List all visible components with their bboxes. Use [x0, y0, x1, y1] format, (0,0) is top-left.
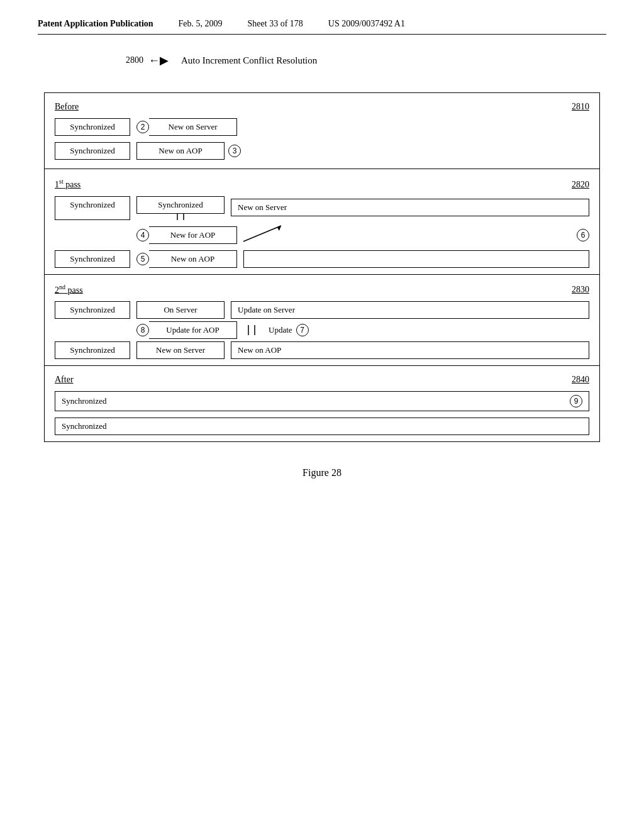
circle-2: 2 [136, 121, 149, 133]
page-header: Patent Application Publication Feb. 5, 2… [38, 19, 606, 35]
sp-update-on-server: Update on Server [231, 301, 589, 319]
before-label: Before [55, 102, 79, 112]
second-pass-header: 2nd pass 2830 [55, 284, 589, 296]
date-label: Feb. 5, 2009 [179, 19, 223, 29]
fp-sync-1: Synchronized [55, 196, 130, 220]
figure-title: Auto Increment Conflict Resolution [181, 55, 317, 66]
first-pass-row-1: Synchronized Synchronized New on Server [55, 196, 589, 220]
fp-connector-v [136, 214, 225, 220]
svg-line-2 [243, 226, 281, 241]
before-cell-2: 2 New on Server [136, 118, 237, 136]
sp-update-7: Update 7 [243, 324, 589, 336]
second-pass-row-3: Synchronized New on Server New on AOP [55, 341, 589, 359]
fp-new-server: New on Server [231, 196, 589, 220]
circle-7: 7 [296, 324, 309, 336]
first-pass-header: 1st pass 2820 [55, 178, 589, 190]
second-pass-number: 2830 [572, 285, 589, 295]
after-header: After 2840 [55, 375, 589, 385]
second-pass-section: 2nd pass 2830 Synchronized On Server Upd… [45, 275, 599, 367]
before-section: Before 2810 Synchronized 2 New on Server… [45, 93, 599, 169]
after-number: 2840 [572, 375, 589, 385]
before-number: 2810 [572, 102, 589, 112]
before-row-2: Synchronized New on AOP 3 [55, 142, 589, 160]
fp-arrow-svg [243, 223, 589, 248]
fp-arrow-to-6: 6 [243, 223, 589, 248]
before-row-1: Synchronized 2 New on Server [55, 118, 589, 136]
first-pass-section: 1st pass 2820 Synchronized Synchronized [45, 169, 599, 275]
fp-sync-2: Synchronized [136, 196, 225, 214]
fp-new-for-aop-box: New for AOP [149, 226, 237, 244]
after-row-1: Synchronized 9 [55, 391, 589, 411]
first-pass-number: 2820 [572, 180, 589, 190]
sp-new-on-server: New on Server [136, 341, 225, 359]
fp-col2-top: Synchronized [136, 196, 225, 220]
first-pass-row-2: 4 New for AOP 6 [55, 223, 589, 248]
sp-update-for-aop-box: Update for AOP [149, 321, 237, 339]
figure-caption: Figure 28 [38, 467, 606, 479]
sheet-label: Sheet 33 of 178 [248, 19, 303, 29]
sp-sync-1: Synchronized [55, 301, 130, 319]
publication-label: Patent Application Publication [38, 19, 153, 29]
second-pass-row-1: Synchronized On Server Update on Server [55, 301, 589, 319]
circle-5: 5 [136, 253, 149, 265]
fp-new-server-box: New on Server [231, 199, 589, 216]
figure-arrow-icon: ←▶ [148, 53, 169, 67]
before-sync-1: Synchronized [55, 118, 130, 136]
after-label: After [55, 375, 74, 385]
first-pass-row-3: Synchronized 5 New on AOP [55, 250, 589, 268]
circle-3: 3 [228, 145, 241, 157]
sp-new-on-aop: New on AOP [231, 341, 589, 359]
fp-empty-right [243, 250, 589, 268]
sp-update-for-aop: 8 Update for AOP [136, 321, 237, 339]
main-diagram: Before 2810 Synchronized 2 New on Server… [44, 92, 600, 442]
first-pass-label: 1st pass [55, 178, 80, 190]
patent-label: US 2009/0037492 A1 [328, 19, 405, 29]
circle-8: 8 [136, 324, 149, 336]
circle-4: 4 [136, 229, 149, 241]
sp-on-server: On Server [136, 301, 225, 319]
figure-title-area: 2800 ←▶ Auto Increment Conflict Resoluti… [126, 53, 606, 67]
fp-new-for-aop: 4 New for AOP [136, 226, 237, 244]
sp-update-label: Update [269, 325, 292, 335]
circle-6: 6 [577, 229, 589, 241]
after-sync-1-box: Synchronized 9 [55, 391, 589, 411]
after-row-2: Synchronized [55, 418, 589, 435]
before-new-aop: New on AOP [136, 142, 225, 160]
after-section: After 2840 Synchronized 9 Synchronized [45, 366, 599, 441]
sp-sync-2: Synchronized [55, 341, 130, 359]
fp-sync-3: Synchronized [55, 250, 130, 268]
first-pass-sup: st [59, 178, 64, 185]
second-pass-row-2: 8 Update for AOP Update 7 [55, 321, 589, 339]
fp-new-on-aop-box: New on AOP [149, 250, 237, 268]
before-header: Before 2810 [55, 102, 589, 112]
figure-number: 2800 ←▶ [126, 53, 169, 67]
page: Patent Application Publication Feb. 5, 2… [0, 0, 644, 830]
before-sync-2: Synchronized [55, 142, 130, 160]
before-cell-3: New on AOP 3 [136, 142, 241, 160]
fp-connector-svg [171, 214, 190, 220]
after-sync-2-label: Synchronized [62, 421, 106, 431]
sp-connector-svg [243, 325, 262, 335]
circle-9: 9 [570, 395, 582, 407]
fp-new-on-aop: 5 New on AOP [136, 250, 237, 268]
fp-arrow-from-5: Synchronized [55, 250, 130, 268]
after-sync-1-label: Synchronized [62, 396, 106, 406]
after-sync-2-box: Synchronized [55, 418, 589, 435]
before-new-server: New on Server [149, 118, 237, 136]
second-pass-sup: nd [59, 284, 65, 290]
second-pass-label: 2nd pass [55, 284, 83, 296]
